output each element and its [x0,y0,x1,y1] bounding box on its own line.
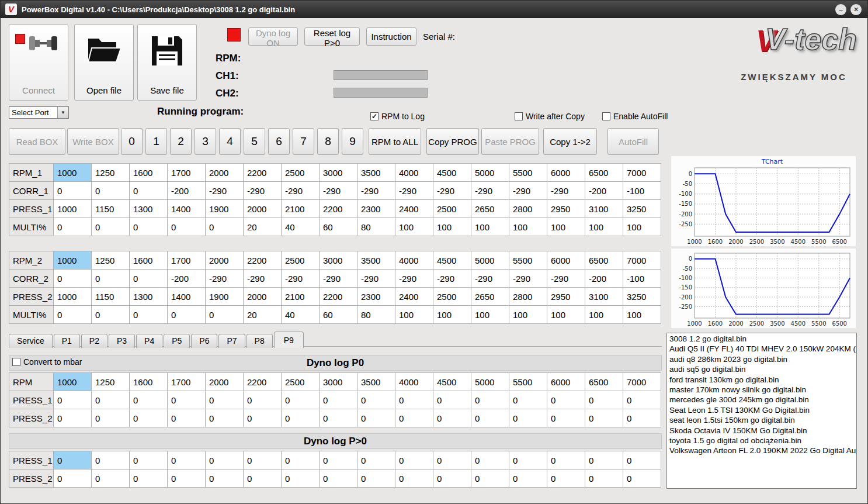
table-cell[interactable]: 2000 [244,200,282,218]
table-cell[interactable]: 1000 [54,200,92,218]
table-cell[interactable]: 100 [623,306,661,324]
table-cell[interactable]: 0 [433,451,471,470]
table-cell[interactable]: -290 [244,182,282,200]
table-cell[interactable]: 0 [585,470,623,488]
digit-button-1[interactable]: 1 [145,128,167,155]
digit-button-2[interactable]: 2 [170,128,192,155]
table-cell[interactable]: 0 [320,409,357,427]
table-cell[interactable]: 6000 [547,251,585,270]
enable-autofill-checkbox[interactable]: Enable AutoFill [602,112,668,121]
table-cell[interactable]: 0 [92,391,130,409]
table-cell[interactable]: 0 [547,470,585,488]
table-cell[interactable]: -290 [395,182,433,200]
table-cell[interactable]: 2200 [320,288,357,306]
table-cell[interactable]: 0 [623,409,661,427]
table-cell[interactable]: 2500 [282,251,320,270]
file-list-item[interactable]: master 170km nowy silnik go digital.bin [667,385,856,395]
table-cell[interactable]: 60 [320,218,357,236]
table-cell[interactable]: -290 [320,182,357,200]
table-cell[interactable]: 0 [395,409,433,427]
write-box-button[interactable]: Write BOX [67,128,119,155]
table-cell[interactable]: 3250 [623,288,661,306]
save-file-button[interactable]: Save file [137,24,197,101]
table-cell[interactable]: 0 [168,306,206,324]
copy-prog-button[interactable]: Copy PROG [426,128,479,155]
digit-button-8[interactable]: 8 [317,128,339,155]
table-cell[interactable]: 0 [433,470,471,488]
table-cell[interactable]: 3250 [623,200,661,218]
table-cell[interactable]: 2500 [433,288,471,306]
table-cell[interactable]: -100 [623,182,661,200]
table-cell[interactable]: 1300 [130,200,168,218]
table-cell[interactable]: 0 [357,391,395,409]
table-cell[interactable]: 100 [509,218,547,236]
table-cell[interactable]: 0 [585,391,623,409]
table-cell[interactable]: 6000 [547,373,585,391]
table-cell[interactable]: 2400 [395,200,433,218]
table-cell[interactable]: 100 [623,218,661,236]
table-cell[interactable]: 1250 [92,373,130,391]
table-cell[interactable]: 4000 [395,164,433,182]
tab-p9[interactable]: P9 [274,332,304,348]
table-cell[interactable]: 2800 [509,288,547,306]
table-cell[interactable]: 0 [54,182,92,200]
table-cell[interactable]: 3500 [357,373,395,391]
table-cell[interactable]: -200 [585,182,623,200]
table-cell[interactable]: 2200 [320,200,357,218]
table-cell[interactable]: 0 [623,451,661,470]
autofill-button[interactable]: AutoFill [607,128,659,155]
table-cell[interactable]: 1900 [206,200,244,218]
copy-1-to-2-button[interactable]: Copy 1->2 [543,128,597,155]
table-cell[interactable]: 20 [244,218,282,236]
table-cell[interactable]: 4000 [395,373,433,391]
table-cell[interactable]: 40 [282,218,320,236]
table-cell[interactable]: -290 [471,270,509,288]
table-cell[interactable]: 2950 [547,200,585,218]
table-cell[interactable]: -290 [282,270,320,288]
table-cell[interactable]: 100 [433,306,471,324]
table-cell[interactable]: 0 [509,451,547,470]
table-cell[interactable]: 0 [92,451,130,470]
digit-button-7[interactable]: 7 [293,128,314,155]
table-cell[interactable]: 0 [433,409,471,427]
table-cell[interactable]: 3100 [585,288,623,306]
table-cell[interactable]: 0 [471,470,509,488]
file-list-item[interactable]: Skoda Octavia IV 150KM Go Digital.bin [667,426,856,436]
table-cell[interactable]: 100 [395,306,433,324]
table-cell[interactable]: 1150 [92,200,130,218]
table-cell[interactable]: 2200 [244,373,282,391]
table-cell[interactable]: 0 [471,391,509,409]
connect-button[interactable]: Connect [9,24,68,101]
table-cell[interactable]: 0 [585,409,623,427]
table-cell[interactable]: 0 [130,218,168,236]
select-port-dropdown[interactable]: Select Port ▼ [9,106,69,119]
table-cell[interactable]: -290 [433,182,471,200]
table-cell[interactable]: 5000 [471,164,509,182]
table-cell[interactable]: 1250 [92,251,130,270]
table-cell[interactable]: 4500 [433,164,471,182]
table-cell[interactable]: 0 [206,470,244,488]
file-list-item[interactable]: Volkswagen Arteon FL 2.0 190KM 2022 Go D… [667,446,856,455]
table-cell[interactable]: 0 [547,391,585,409]
table-cell[interactable]: 40 [282,306,320,324]
table-cell[interactable]: 0 [471,451,509,470]
table-cell[interactable]: 1900 [206,288,244,306]
table-cell[interactable]: 1700 [168,373,206,391]
read-box-button[interactable]: Read BOX [9,128,65,155]
table-cell[interactable]: 60 [320,306,357,324]
table-cell[interactable]: 2500 [282,164,320,182]
close-button[interactable]: ✕ [850,4,862,15]
table-cell[interactable]: -290 [547,182,585,200]
table-cell[interactable]: 0 [282,470,320,488]
table-cell[interactable]: 4000 [395,251,433,270]
table-cell[interactable]: 0 [206,218,244,236]
table-cell[interactable]: 0 [206,391,244,409]
table-cell[interactable]: 0 [395,451,433,470]
file-list-item[interactable]: seat leon 1.5tsi 150km go digital.bin [667,415,856,425]
reset-log-button[interactable]: Reset log P>0 [304,27,360,46]
table-cell[interactable]: 3100 [585,200,623,218]
table-cell[interactable]: 2300 [357,288,395,306]
table-cell[interactable]: 2100 [282,288,320,306]
table-cell[interactable]: 0 [244,391,282,409]
table-cell[interactable]: 0 [92,270,130,288]
